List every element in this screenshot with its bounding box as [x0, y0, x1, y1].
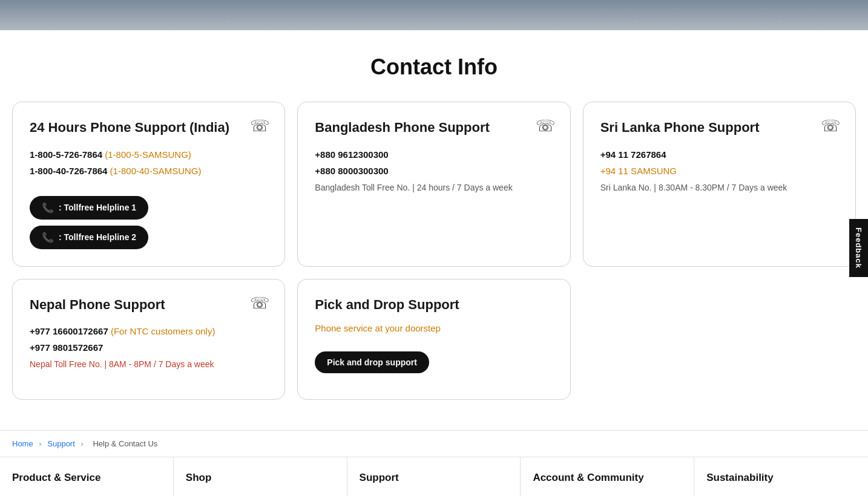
btn2-label: : Tollfree Helpline 2 [59, 232, 136, 242]
tollfree-helpline-2-button[interactable]: 📞 : Tollfree Helpline 2 [30, 226, 148, 249]
pick-drop-btn-label: Pick and drop support [327, 357, 417, 367]
phone-icon-srilanka: ☏ [821, 117, 841, 135]
page-title: Contact Info [12, 54, 856, 80]
breadcrumb-home[interactable]: Home [12, 439, 33, 448]
pick-drop-title: Pick and Drop Support [315, 296, 553, 314]
footer-product-service-title: Product & Service [12, 472, 161, 484]
srilanka-phone2: +94 11 SAMSUNG [600, 163, 838, 179]
footer-nav: Product & Service Shop Support Account &… [0, 457, 868, 496]
footer-col-sustainability: Sustainability [694, 457, 868, 496]
pick-drop-support-card: Pick and Drop Support Phone service at y… [297, 279, 570, 400]
footer-shop-title: Shop [186, 472, 335, 484]
phone-icon-india: ☏ [250, 117, 270, 135]
india-phone2: 1-800-40-726-7864 (1-800-40-SAMSUNG) [30, 163, 268, 179]
srilanka-note: Sri Lanka No. | 8.30AM - 8.30PM / 7 Days… [600, 181, 838, 194]
phone-btn-icon2: 📞 [42, 232, 54, 243]
hero-image [0, 0, 868, 30]
bangladesh-phone2: +880 8000300300 [315, 163, 553, 179]
srilanka-phone1: +94 11 7267864 [600, 146, 838, 163]
cards-row2: ☏ Nepal Phone Support +977 16600172667 (… [12, 279, 856, 400]
contact-section: Contact Info ☏ 24 Hours Phone Support (I… [0, 30, 868, 430]
bangladesh-support-card: ☏ Bangladesh Phone Support +880 96123003… [297, 102, 570, 267]
phone-icon-nepal: ☏ [250, 294, 270, 313]
nepal-note: Nepal Toll Free No. | 8AM - 8PM / 7 Days… [30, 358, 268, 371]
nepal-phone2: +977 9801572667 [30, 339, 268, 356]
tollfree-helpline-1-button[interactable]: 📞 : Tollfree Helpline 1 [30, 196, 148, 220]
srilanka-card-title: Sri Lanka Phone Support [600, 119, 838, 137]
nepal-support-card: ☏ Nepal Phone Support +977 16600172667 (… [12, 279, 285, 400]
india-support-card: ☏ 24 Hours Phone Support (India) 1-800-5… [12, 102, 285, 267]
footer-col-shop: Shop [174, 457, 347, 496]
nepal-card-title: Nepal Phone Support [30, 296, 268, 314]
breadcrumb-current: Help & Contact Us [93, 439, 157, 448]
breadcrumb-support[interactable]: Support [47, 439, 75, 448]
india-phone1: 1-800-5-726-7864 (1-800-5-SAMSUNG) [30, 146, 268, 163]
footer-support-title: Support [360, 472, 508, 484]
feedback-tab[interactable]: Feedback [849, 219, 868, 277]
footer-col-account-community: Account & Community [521, 457, 694, 496]
btn1-label: : Tollfree Helpline 1 [59, 203, 136, 212]
phone-icon-bangladesh: ☏ [536, 117, 556, 135]
breadcrumb-sep1: › [39, 439, 44, 448]
bangladesh-card-title: Bangladesh Phone Support [315, 119, 553, 137]
empty-card [583, 279, 856, 400]
pick-drop-button[interactable]: Pick and drop support [315, 351, 429, 373]
nepal-phone1: +977 16600172667 (For NTC customers only… [30, 323, 268, 339]
srilanka-support-card: ☏ Sri Lanka Phone Support +94 11 7267864… [583, 102, 856, 267]
footer-account-community-title: Account & Community [533, 472, 682, 484]
bangladesh-note: Bangladesh Toll Free No. | 24 hours / 7 … [315, 181, 553, 194]
breadcrumb-sep2: › [81, 439, 85, 448]
footer-col-support: Support [347, 457, 521, 496]
footer-sustainability-title: Sustainability [706, 472, 856, 484]
phone-btn-icon1: 📞 [42, 202, 54, 214]
india-card-title: 24 Hours Phone Support (India) [30, 119, 268, 137]
footer-col-product-service: Product & Service [0, 457, 174, 496]
bangladesh-phone1: +880 9612300300 [315, 146, 553, 163]
cards-row1: ☏ 24 Hours Phone Support (India) 1-800-5… [12, 102, 856, 267]
pick-drop-subtitle: Phone service at your doorstep [315, 323, 553, 333]
breadcrumb: Home › Support › Help & Contact Us [0, 430, 868, 457]
